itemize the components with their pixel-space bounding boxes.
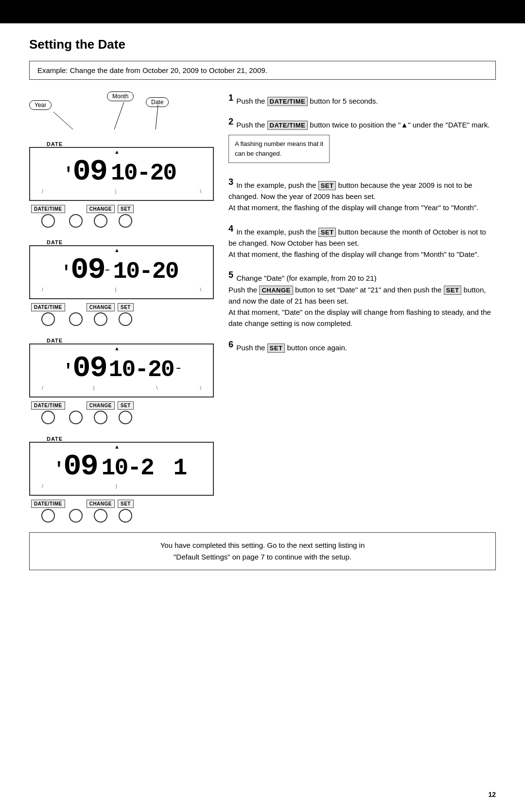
set-label-1[interactable]: SET [118,205,134,213]
button-row-4: DATE/TIME CHANGE SET [29,500,214,523]
empty-btn-group-1 [68,205,84,228]
display-date-label-4: DATE [47,436,214,442]
example-text: Example: Change the date from October 20… [37,66,267,74]
set-label-2[interactable]: SET [118,303,134,311]
display-panel-2: ▲ '09–10-20 /|\ [29,245,214,299]
year-label: Year [29,100,52,110]
step1-datetime-highlight: DATE/TIME [267,97,308,106]
step-3: 3 In the example, push the SET button be… [228,176,496,214]
main-layout: Year Month Date DATE [29,91,496,523]
button-row-1: DATE/TIME CHANGE SET [29,205,214,228]
step-1-number: 1 [228,93,233,103]
display-panel-1: ▲ '0910-20 /|\ [29,147,214,201]
right-column: 1 Push the DATE/TIME button for 5 second… [228,91,496,362]
display-date-label-1: DATE [47,141,214,147]
display-date-label-3: DATE [47,338,214,343]
empty-circle-1[interactable] [69,214,83,228]
empty-circle-2[interactable] [69,312,83,326]
step5-change-highlight: CHANGE [259,286,293,295]
page-title: Setting the Date [29,37,496,52]
date-time-circle-4[interactable] [41,509,55,523]
change-label-4[interactable]: CHANGE [87,500,115,508]
date-time-btn-group-1: DATE/TIME [31,205,65,228]
step-1: 1 Push the DATE/TIME button for 5 second… [228,91,496,107]
date-time-circle-3[interactable] [41,411,55,424]
date-time-circle-1[interactable] [41,214,55,228]
set-label-3[interactable]: SET [118,401,134,410]
month-label: Month [107,91,134,101]
change-btn-group-2: CHANGE [87,303,115,326]
set-btn-group-4: SET [118,500,134,523]
empty-circle-4[interactable] [69,509,83,523]
display-wrapper-2: DATE ▲ '09–10-20 /|\ DATE/TIME [29,239,214,326]
header-bar [0,0,525,23]
step3-set-highlight: SET [318,181,336,190]
step2-note: A flashing number means that itcan be ch… [228,135,330,163]
footer-line2: "Default Settings" on page 7 to continue… [174,553,351,561]
left-column: Year Month Date DATE [29,91,214,523]
display-panel-3: ▲ '0910-20– /|\\ [29,343,214,397]
step5-set-highlight: SET [444,286,462,295]
svg-line-1 [114,102,124,129]
display-wrapper-3: DATE ▲ '0910-20– /|\\ DATE/TIME [29,338,214,424]
step6-set-highlight: SET [267,343,285,353]
set-btn-group-2: SET [118,303,134,326]
change-btn-group-1: CHANGE [87,205,115,228]
date-label-annot: Date [146,97,169,107]
step-2: 2 Push the DATE/TIME button twice to pos… [228,115,496,167]
date-time-label-4[interactable]: DATE/TIME [31,500,65,508]
button-row-2: DATE/TIME CHANGE SET [29,303,214,326]
step-5-number: 5 [228,270,233,280]
step-3-number: 3 [228,177,233,187]
button-row-3: DATE/TIME CHANGE SET [29,401,214,424]
footer-line1: You have completed this setting. Go to t… [160,541,365,549]
svg-line-0 [53,112,73,129]
set-btn-group-3: SET [118,401,134,424]
step-4-number: 4 [228,224,233,234]
change-label-2[interactable]: CHANGE [87,303,115,311]
svg-line-2 [156,105,158,129]
display-digits-4: '0910-2 1 [37,448,206,484]
footer-box: You have completed this setting. Go to t… [29,532,496,570]
change-circle-1[interactable] [94,214,107,228]
date-time-btn-group-3: DATE/TIME [31,401,65,424]
set-btn-group-1: SET [118,205,134,228]
change-label-3[interactable]: CHANGE [87,401,115,410]
set-circle-3[interactable] [119,411,132,424]
date-time-circle-2[interactable] [41,312,55,326]
page-number: 12 [488,791,496,798]
change-btn-group-4: CHANGE [87,500,115,523]
display-date-label-2: DATE [47,239,214,245]
date-time-btn-group-2: DATE/TIME [31,303,65,326]
step-2-number: 2 [228,117,233,126]
display-panel-4: ▲ '0910-2 1 /| [29,442,214,496]
annotation-layer: Year Month Date [29,91,214,130]
step-6: 6 Push the SET button once again. [228,338,496,353]
change-circle-2[interactable] [94,312,107,326]
change-label-1[interactable]: CHANGE [87,205,115,213]
set-label-4[interactable]: SET [118,500,134,508]
set-circle-4[interactable] [119,509,132,523]
date-time-label-1[interactable]: DATE/TIME [31,205,65,213]
date-time-label-3[interactable]: DATE/TIME [31,401,65,410]
step-5: 5 Change "Date" (for example, from 20 to… [228,269,496,329]
change-circle-3[interactable] [94,411,107,424]
display-section-1: Year Month Date DATE [29,91,214,228]
step-4: 4 In the example, push the SET button be… [228,222,496,260]
display-digits-2: '09–10-20 [37,251,206,287]
step-6-number: 6 [228,340,233,349]
display-wrapper-4: DATE ▲ '0910-2 1 /| DATE/TIME [29,436,214,523]
step4-set-highlight: SET [318,228,336,237]
change-btn-group-3: CHANGE [87,401,115,424]
set-circle-1[interactable] [119,214,132,228]
display-wrapper-1: DATE ▲ '0910-20 /|\ [29,141,214,228]
display-digits-1: '0910-20 [37,153,206,189]
display-digits-3: '0910-20– [37,349,206,385]
change-circle-4[interactable] [94,509,107,523]
empty-circle-3[interactable] [69,411,83,424]
date-time-label-2[interactable]: DATE/TIME [31,303,65,311]
date-time-btn-group-4: DATE/TIME [31,500,65,523]
set-circle-2[interactable] [119,312,132,326]
step2-datetime-highlight: DATE/TIME [267,121,308,130]
example-box: Example: Change the date from October 20… [29,61,496,80]
